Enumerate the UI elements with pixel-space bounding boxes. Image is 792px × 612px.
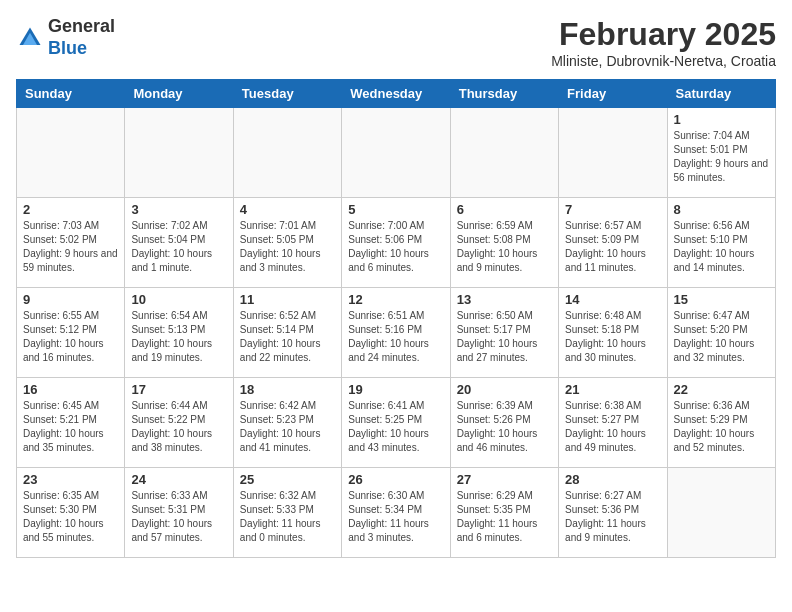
day-info: Sunrise: 6:50 AM Sunset: 5:17 PM Dayligh…: [457, 309, 552, 365]
day-cell-4-2: 25Sunrise: 6:32 AM Sunset: 5:33 PM Dayli…: [233, 468, 341, 558]
day-cell-1-4: 6Sunrise: 6:59 AM Sunset: 5:08 PM Daylig…: [450, 198, 558, 288]
day-number: 1: [674, 112, 769, 127]
header: General Blue February 2025 Mliniste, Dub…: [16, 16, 776, 69]
day-number: 3: [131, 202, 226, 217]
day-info: Sunrise: 6:42 AM Sunset: 5:23 PM Dayligh…: [240, 399, 335, 455]
day-number: 11: [240, 292, 335, 307]
day-cell-4-6: [667, 468, 775, 558]
day-number: 5: [348, 202, 443, 217]
logo-icon: [16, 24, 44, 52]
day-info: Sunrise: 6:44 AM Sunset: 5:22 PM Dayligh…: [131, 399, 226, 455]
day-info: Sunrise: 6:35 AM Sunset: 5:30 PM Dayligh…: [23, 489, 118, 545]
day-cell-2-6: 15Sunrise: 6:47 AM Sunset: 5:20 PM Dayli…: [667, 288, 775, 378]
header-friday: Friday: [559, 80, 667, 108]
day-info: Sunrise: 6:32 AM Sunset: 5:33 PM Dayligh…: [240, 489, 335, 545]
day-number: 9: [23, 292, 118, 307]
day-info: Sunrise: 6:45 AM Sunset: 5:21 PM Dayligh…: [23, 399, 118, 455]
day-number: 21: [565, 382, 660, 397]
day-number: 25: [240, 472, 335, 487]
day-number: 27: [457, 472, 552, 487]
day-info: Sunrise: 6:57 AM Sunset: 5:09 PM Dayligh…: [565, 219, 660, 275]
location-subtitle: Mliniste, Dubrovnik-Neretva, Croatia: [551, 53, 776, 69]
day-info: Sunrise: 6:59 AM Sunset: 5:08 PM Dayligh…: [457, 219, 552, 275]
day-number: 15: [674, 292, 769, 307]
week-row-5: 23Sunrise: 6:35 AM Sunset: 5:30 PM Dayli…: [17, 468, 776, 558]
title-block: February 2025 Mliniste, Dubrovnik-Neretv…: [551, 16, 776, 69]
day-cell-1-3: 5Sunrise: 7:00 AM Sunset: 5:06 PM Daylig…: [342, 198, 450, 288]
day-info: Sunrise: 6:29 AM Sunset: 5:35 PM Dayligh…: [457, 489, 552, 545]
week-row-2: 2Sunrise: 7:03 AM Sunset: 5:02 PM Daylig…: [17, 198, 776, 288]
month-title: February 2025: [551, 16, 776, 53]
day-info: Sunrise: 6:30 AM Sunset: 5:34 PM Dayligh…: [348, 489, 443, 545]
week-row-3: 9Sunrise: 6:55 AM Sunset: 5:12 PM Daylig…: [17, 288, 776, 378]
header-saturday: Saturday: [667, 80, 775, 108]
day-cell-1-6: 8Sunrise: 6:56 AM Sunset: 5:10 PM Daylig…: [667, 198, 775, 288]
header-wednesday: Wednesday: [342, 80, 450, 108]
day-cell-2-1: 10Sunrise: 6:54 AM Sunset: 5:13 PM Dayli…: [125, 288, 233, 378]
day-info: Sunrise: 6:27 AM Sunset: 5:36 PM Dayligh…: [565, 489, 660, 545]
day-cell-1-2: 4Sunrise: 7:01 AM Sunset: 5:05 PM Daylig…: [233, 198, 341, 288]
day-cell-3-3: 19Sunrise: 6:41 AM Sunset: 5:25 PM Dayli…: [342, 378, 450, 468]
day-info: Sunrise: 6:54 AM Sunset: 5:13 PM Dayligh…: [131, 309, 226, 365]
day-cell-4-3: 26Sunrise: 6:30 AM Sunset: 5:34 PM Dayli…: [342, 468, 450, 558]
day-number: 4: [240, 202, 335, 217]
day-info: Sunrise: 6:41 AM Sunset: 5:25 PM Dayligh…: [348, 399, 443, 455]
day-cell-3-6: 22Sunrise: 6:36 AM Sunset: 5:29 PM Dayli…: [667, 378, 775, 468]
day-info: Sunrise: 7:03 AM Sunset: 5:02 PM Dayligh…: [23, 219, 118, 275]
day-info: Sunrise: 6:55 AM Sunset: 5:12 PM Dayligh…: [23, 309, 118, 365]
day-cell-3-0: 16Sunrise: 6:45 AM Sunset: 5:21 PM Dayli…: [17, 378, 125, 468]
day-number: 19: [348, 382, 443, 397]
day-cell-3-4: 20Sunrise: 6:39 AM Sunset: 5:26 PM Dayli…: [450, 378, 558, 468]
day-number: 18: [240, 382, 335, 397]
header-monday: Monday: [125, 80, 233, 108]
logo: General Blue: [16, 16, 115, 59]
day-number: 16: [23, 382, 118, 397]
day-cell-0-2: [233, 108, 341, 198]
day-info: Sunrise: 6:51 AM Sunset: 5:16 PM Dayligh…: [348, 309, 443, 365]
day-number: 6: [457, 202, 552, 217]
day-info: Sunrise: 7:04 AM Sunset: 5:01 PM Dayligh…: [674, 129, 769, 185]
day-info: Sunrise: 6:56 AM Sunset: 5:10 PM Dayligh…: [674, 219, 769, 275]
day-number: 22: [674, 382, 769, 397]
page-container: General Blue February 2025 Mliniste, Dub…: [16, 16, 776, 558]
day-number: 14: [565, 292, 660, 307]
day-info: Sunrise: 7:02 AM Sunset: 5:04 PM Dayligh…: [131, 219, 226, 275]
day-number: 2: [23, 202, 118, 217]
day-cell-2-0: 9Sunrise: 6:55 AM Sunset: 5:12 PM Daylig…: [17, 288, 125, 378]
day-number: 20: [457, 382, 552, 397]
day-number: 13: [457, 292, 552, 307]
day-cell-3-1: 17Sunrise: 6:44 AM Sunset: 5:22 PM Dayli…: [125, 378, 233, 468]
day-cell-2-5: 14Sunrise: 6:48 AM Sunset: 5:18 PM Dayli…: [559, 288, 667, 378]
day-info: Sunrise: 6:36 AM Sunset: 5:29 PM Dayligh…: [674, 399, 769, 455]
header-thursday: Thursday: [450, 80, 558, 108]
week-row-1: 1Sunrise: 7:04 AM Sunset: 5:01 PM Daylig…: [17, 108, 776, 198]
day-info: Sunrise: 6:52 AM Sunset: 5:14 PM Dayligh…: [240, 309, 335, 365]
day-cell-1-0: 2Sunrise: 7:03 AM Sunset: 5:02 PM Daylig…: [17, 198, 125, 288]
day-number: 7: [565, 202, 660, 217]
day-cell-0-6: 1Sunrise: 7:04 AM Sunset: 5:01 PM Daylig…: [667, 108, 775, 198]
day-cell-0-3: [342, 108, 450, 198]
day-number: 8: [674, 202, 769, 217]
day-cell-4-1: 24Sunrise: 6:33 AM Sunset: 5:31 PM Dayli…: [125, 468, 233, 558]
day-number: 24: [131, 472, 226, 487]
day-cell-2-4: 13Sunrise: 6:50 AM Sunset: 5:17 PM Dayli…: [450, 288, 558, 378]
day-cell-4-4: 27Sunrise: 6:29 AM Sunset: 5:35 PM Dayli…: [450, 468, 558, 558]
day-number: 26: [348, 472, 443, 487]
day-info: Sunrise: 7:01 AM Sunset: 5:05 PM Dayligh…: [240, 219, 335, 275]
day-info: Sunrise: 6:47 AM Sunset: 5:20 PM Dayligh…: [674, 309, 769, 365]
day-info: Sunrise: 6:38 AM Sunset: 5:27 PM Dayligh…: [565, 399, 660, 455]
calendar-table: Sunday Monday Tuesday Wednesday Thursday…: [16, 79, 776, 558]
day-cell-1-1: 3Sunrise: 7:02 AM Sunset: 5:04 PM Daylig…: [125, 198, 233, 288]
day-cell-0-4: [450, 108, 558, 198]
day-info: Sunrise: 6:39 AM Sunset: 5:26 PM Dayligh…: [457, 399, 552, 455]
day-cell-4-0: 23Sunrise: 6:35 AM Sunset: 5:30 PM Dayli…: [17, 468, 125, 558]
day-cell-1-5: 7Sunrise: 6:57 AM Sunset: 5:09 PM Daylig…: [559, 198, 667, 288]
day-info: Sunrise: 6:33 AM Sunset: 5:31 PM Dayligh…: [131, 489, 226, 545]
calendar-header-row: Sunday Monday Tuesday Wednesday Thursday…: [17, 80, 776, 108]
day-number: 23: [23, 472, 118, 487]
day-number: 12: [348, 292, 443, 307]
day-cell-2-3: 12Sunrise: 6:51 AM Sunset: 5:16 PM Dayli…: [342, 288, 450, 378]
day-cell-4-5: 28Sunrise: 6:27 AM Sunset: 5:36 PM Dayli…: [559, 468, 667, 558]
day-cell-2-2: 11Sunrise: 6:52 AM Sunset: 5:14 PM Dayli…: [233, 288, 341, 378]
day-number: 28: [565, 472, 660, 487]
